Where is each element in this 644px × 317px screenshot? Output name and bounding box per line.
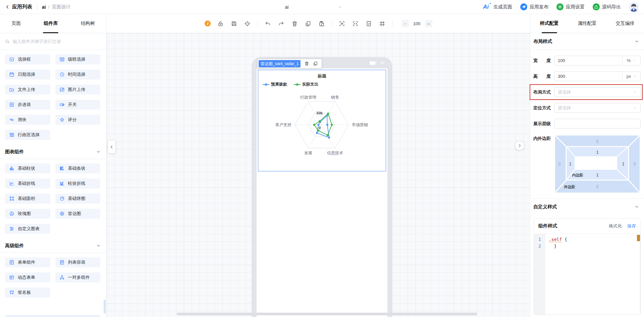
component-cascade[interactable]: 级联选择 [55, 54, 101, 64]
box-model-value[interactable]: 外边距 [564, 185, 575, 189]
delete-component-icon[interactable] [304, 61, 309, 66]
layout-mode-select[interactable]: 请选择 [554, 87, 641, 97]
action-gear[interactable]: 应用设置 [556, 3, 585, 10]
box-model-value[interactable]: 内边距 [572, 173, 583, 177]
component-folder-upload[interactable]: 文件上传 [5, 85, 50, 95]
component-form[interactable]: 表单组件 [5, 257, 50, 267]
radar-widget[interactable]: 标题 预算拨款实际支出 行政管理销售市场营销信息技术发展客户支持050k [258, 70, 386, 171]
locate-button[interactable] [244, 20, 251, 27]
height-input[interactable]: 300 [554, 72, 622, 81]
component-area-chart[interactable]: 基础面积 [5, 194, 50, 204]
box-model-diagram[interactable]: 00001111内边距外边距 [554, 135, 641, 194]
inspector-tab[interactable]: 属性配置 [577, 14, 598, 33]
width-input[interactable]: 100 [554, 56, 622, 65]
canvas-horizontal-scrollbar[interactable] [177, 313, 477, 315]
preview-button[interactable] [339, 20, 345, 27]
box-model-value[interactable]: 0 [558, 162, 561, 166]
page-select[interactable]: ai [231, 0, 342, 14]
group-header-1[interactable]: 图表组件 [0, 145, 106, 159]
redo-button[interactable] [278, 20, 285, 27]
action-label: 生成页面 [493, 4, 512, 10]
box-model-value[interactable]: 0 [596, 184, 599, 189]
group-header-2[interactable]: 高级组件 [0, 239, 106, 253]
format-button[interactable]: 格式化 [609, 223, 622, 229]
legend-budget[interactable]: 预算拨款 [263, 82, 287, 87]
sidebar-scrollbar[interactable] [104, 300, 106, 314]
search-input[interactable] [13, 39, 102, 44]
component-checkbox[interactable]: 选择框 [5, 54, 50, 64]
zoom-in-button[interactable]: + [425, 20, 432, 27]
component-column-line[interactable]: 柱状折线 [55, 178, 101, 189]
user-avatar[interactable] [629, 2, 639, 12]
selected-component-name[interactable]: 雷达图_vant_radar_1 [259, 60, 301, 67]
component-slider[interactable]: 滑块 [5, 115, 50, 125]
sidebar-tab[interactable]: 组件库 [42, 14, 59, 33]
height-unit-select[interactable]: px [622, 72, 640, 81]
component-label: 评分 [68, 117, 77, 123]
custom-style-section-header[interactable]: 自定义样式 [530, 198, 644, 215]
component-line-chart[interactable]: 基础折线 [5, 178, 50, 189]
sidebar-tab[interactable]: 结构树 [79, 14, 96, 33]
zoom-out-button[interactable]: − [401, 20, 409, 27]
component-rose-chart[interactable]: 玫瑰图 [5, 209, 50, 219]
component-search [0, 33, 106, 50]
component-bar-chart[interactable]: 基础柱状 [5, 163, 50, 173]
component-star[interactable]: 评分 [55, 115, 101, 125]
save-button[interactable]: 保存 [627, 223, 636, 229]
back-to-app-list[interactable]: 应用列表 [5, 4, 32, 10]
action-plane[interactable]: 应用发布 [520, 3, 548, 10]
box-model-value[interactable]: 1 [596, 173, 599, 177]
component-pie-chart[interactable]: 基础饼图 [55, 194, 101, 204]
component-switch[interactable]: 开关 [55, 100, 101, 110]
inspector-tab[interactable]: 交互编排 [614, 14, 636, 33]
duplicate-component-icon[interactable] [313, 61, 318, 66]
label-char: 高 [533, 73, 538, 80]
copy-button[interactable] [305, 20, 312, 27]
component-one-to-many[interactable]: 一对多组件 [55, 272, 101, 282]
code-editor[interactable]: 12 .self { } [534, 234, 640, 315]
editor-code[interactable]: .self { } [545, 234, 640, 315]
editor-scrollbar[interactable] [640, 234, 640, 315]
inspector-tab[interactable]: 样式配置 [539, 14, 560, 33]
legend-spending[interactable]: 实际支出 [294, 82, 318, 87]
position-mode-field-row: 定位方式 请选择 [533, 103, 641, 113]
undo-button[interactable] [265, 20, 271, 27]
doc-check-button[interactable] [366, 20, 372, 27]
width-unit-select[interactable]: % [622, 56, 640, 65]
paste-button[interactable] [318, 20, 325, 27]
z-index-input[interactable] [554, 119, 641, 128]
component-region[interactable]: 行政区选择 [5, 130, 50, 140]
component-custom-chart[interactable]: 自定义图表 [5, 224, 50, 234]
box-model-value[interactable]: 1 [569, 162, 572, 166]
source-code-button[interactable] [352, 20, 359, 27]
frame-icon [379, 20, 385, 27]
component-stepper[interactable]: 步进器 [5, 100, 50, 110]
box-model-value[interactable]: 0 [634, 162, 636, 166]
collapse-inspector-handle[interactable] [515, 141, 524, 150]
component-dynamic-form[interactable]: 动态表单 [5, 272, 50, 282]
save-button[interactable] [231, 20, 237, 27]
info-icon[interactable]: i [205, 20, 211, 27]
component-image-upload[interactable]: 图片上传 [55, 85, 101, 95]
breadcrumb-project[interactable]: ai [42, 4, 46, 10]
collapse-sidebar-handle[interactable] [108, 141, 115, 153]
position-mode-select[interactable]: 请选择 [554, 103, 641, 113]
component-hbar-chart[interactable]: 基础条状 [55, 163, 101, 173]
action-export[interactable]: 源码导出 [593, 3, 621, 10]
frame-button[interactable] [379, 20, 386, 27]
component-clock[interactable]: 时间选择 [55, 69, 101, 80]
component-calendar[interactable]: 日期选择 [5, 69, 50, 80]
box-model-value[interactable]: 1 [596, 150, 599, 155]
box-model-value[interactable]: 1 [622, 162, 625, 166]
box-model-value[interactable]: 0 [596, 139, 599, 144]
component-radar-chart[interactable]: 雷达图 [55, 209, 101, 219]
unlock-button[interactable] [217, 20, 224, 27]
component-signature[interactable]: 签名板 [5, 287, 50, 298]
design-canvas[interactable]: 雷达图_vant_radar_1 标题 预算拨款实际支出 行政管理销售市场营销信… [107, 33, 530, 317]
action-ai-logo[interactable]: Ai生成页面 [483, 4, 512, 10]
layout-style-section-header[interactable]: 布局样式 [530, 33, 644, 50]
trash-button[interactable] [291, 20, 298, 27]
sidebar-tab[interactable]: 页面 [10, 14, 22, 33]
component-label: 雷达图 [68, 211, 81, 217]
component-list-container[interactable]: 列表容器 [55, 257, 101, 267]
